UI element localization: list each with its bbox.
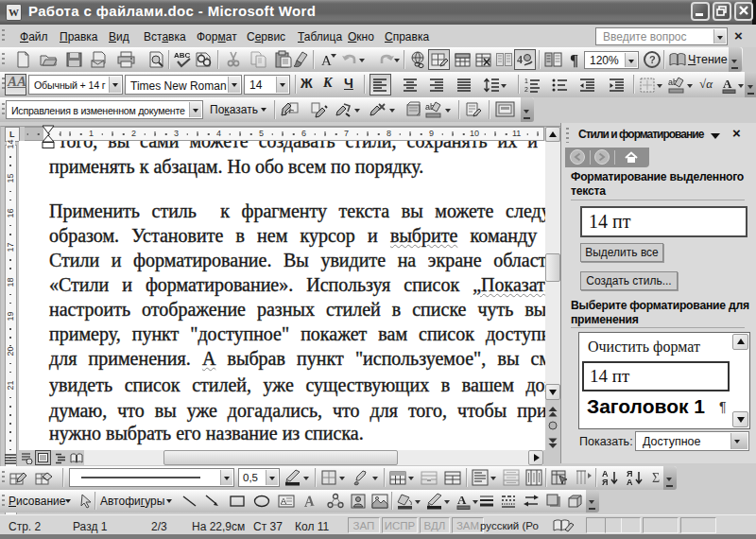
svg-text:A: A xyxy=(457,493,467,507)
svg-text:A: A xyxy=(302,493,316,511)
svg-text:A: A xyxy=(321,53,332,68)
svg-text:¶: ¶ xyxy=(570,51,578,69)
svg-text:А: А xyxy=(627,478,633,487)
svg-text:4: 4 xyxy=(517,53,523,66)
svg-text:ABC: ABC xyxy=(174,51,191,60)
svg-text:?: ? xyxy=(649,54,656,65)
svg-text:1: 1 xyxy=(524,78,528,84)
svg-text:Σ: Σ xyxy=(652,471,660,485)
svg-text:Я: Я xyxy=(602,478,608,487)
svg-text:A: A xyxy=(723,77,732,91)
svg-text:2: 2 xyxy=(524,86,528,93)
